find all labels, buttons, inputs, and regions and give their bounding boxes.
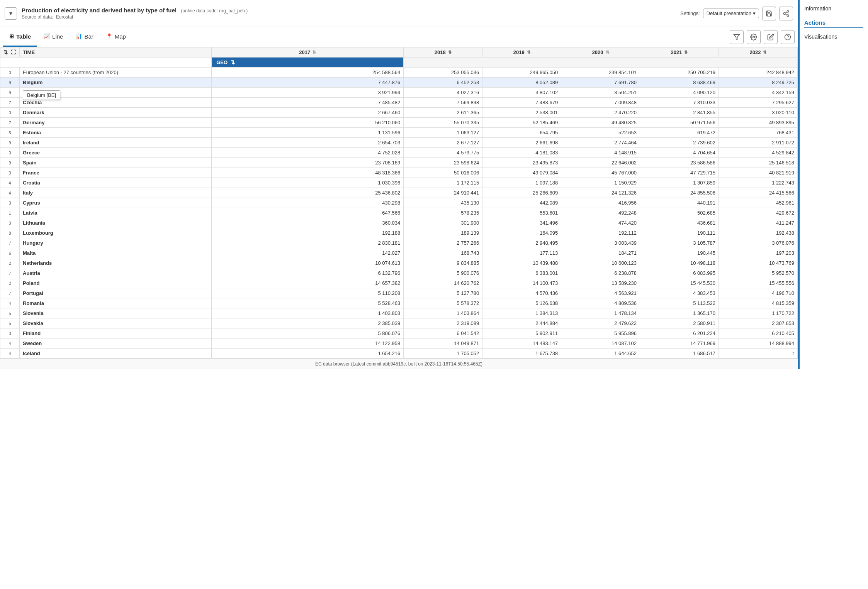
help-icon-button[interactable] [781, 30, 795, 44]
filter-icon-button[interactable] [730, 30, 744, 44]
collapse-button[interactable]: ▾ [5, 7, 17, 20]
svg-point-6 [753, 36, 755, 38]
svg-point-1 [783, 12, 785, 14]
table-row: 0Lithuania360.034301.900341.496474.42043… [0, 218, 798, 228]
table-row: 7Germany56 210.06055 070.33552 185.46949… [0, 118, 798, 128]
table-row: 8Luxembourg192.188189.139164.095192.1121… [0, 228, 798, 238]
map-icon: 📍 [106, 33, 112, 39]
sort-2020-icon: ⇅ [606, 50, 609, 55]
col-2022-header[interactable]: 2022 ⇅ [719, 47, 798, 58]
settings-dropdown[interactable]: Default presentation ▾ [703, 8, 759, 18]
tab-table[interactable]: ⊞ Table [3, 27, 37, 47]
header-settings: Settings: Default presentation ▾ [680, 7, 793, 20]
col-2017-header[interactable]: 2017 ⇅ [212, 47, 404, 58]
title-block: Production of electricity and derived he… [22, 7, 680, 20]
svg-line-3 [785, 14, 787, 15]
table-row: 4Iceland1 654.2161 705.0521 675.7381 644… [0, 349, 798, 359]
sort-2021-icon: ⇅ [684, 50, 688, 55]
line-icon: 📈 [43, 33, 50, 39]
tabs-bar: ⊞ Table 📈 Line 📊 Bar 📍 Map [0, 27, 798, 47]
page-title: Production of electricity and derived he… [22, 7, 680, 14]
sort-2018-icon: ⇅ [448, 50, 452, 55]
svg-line-4 [785, 12, 787, 13]
header: ▾ Production of electricity and derived … [0, 0, 798, 27]
svg-marker-5 [734, 34, 740, 40]
expand-icon[interactable]: ⛶ [11, 49, 16, 55]
table-row: 5Estonia1 131.5961 063.127654.795522.653… [0, 128, 798, 138]
svg-point-0 [787, 10, 789, 12]
tooltip-belgium: Belgium [BE] [23, 90, 60, 100]
table-row: 3Finland5 806.0766 041.5425 902.9115 955… [0, 328, 798, 339]
table-row: 5Slovakia2 385.0392 319.0892 444.8842 47… [0, 318, 798, 328]
tabs-actions [730, 30, 795, 44]
table-row: 9Bulgaria3 921.9944 027.3163 807.1023 50… [0, 88, 798, 98]
table-row: 7Portugal5 110.2085 127.7804 570.4364 56… [0, 288, 798, 298]
sidebar-item-visualisations[interactable]: Visualisations [804, 31, 863, 42]
share-icon-button[interactable] [779, 7, 793, 20]
table-row: 1Latvia647.566578.235553.601492.248502.6… [0, 208, 798, 218]
sort-2017-icon: ⇅ [313, 50, 316, 55]
table-row: 9BelgiumBelgium [BE]7 447.8766 452.2538 … [0, 78, 798, 88]
col-2018-header[interactable]: 2018 ⇅ [404, 47, 482, 58]
table-row: 7Czechia7 485.4827 569.8987 483.6797 009… [0, 98, 798, 108]
col-2021-header[interactable]: 2021 ⇅ [640, 47, 719, 58]
sort-reset-icon[interactable]: ⇅ [3, 49, 8, 55]
table-row: 0Greece4 752.0284 579.7754 181.0834 148.… [0, 148, 798, 158]
sort-2019-icon: ⇅ [527, 50, 530, 55]
source-line: Source of data: Eurostat [22, 14, 680, 20]
page-footer: EC data browser (Latest commit abb94519c… [0, 359, 798, 369]
time-col-header: TIME [20, 47, 212, 58]
table-row: 2Netherlands10 074.6139 834.88510 439.48… [0, 258, 798, 268]
table-row: 9Ireland2 654.7032 677.1272 661.6982 774… [0, 138, 798, 148]
table-row: 4Sweden14 122.95814 049.87114 483.14714 … [0, 339, 798, 349]
table-row: 7Austria6 132.7965 900.0766 383.0016 238… [0, 268, 798, 278]
tab-map[interactable]: 📍 Map [100, 27, 132, 47]
svg-point-2 [787, 15, 789, 17]
table-row: 3Cyprus430.298435.130442.089416.956440.1… [0, 198, 798, 208]
bar-icon: 📊 [75, 33, 82, 39]
table-row: 0Denmark2 667.4602 611.3652 538.0012 470… [0, 108, 798, 118]
tab-bar[interactable]: 📊 Bar [69, 27, 99, 47]
table-row: 4Romania5 528.4635 578.3725 126.6384 809… [0, 298, 798, 308]
table-row: 3France48 318.36650 016.00649 079.08445 … [0, 168, 798, 178]
table-row: 6Malta142.027168.743177.113184.271190.44… [0, 248, 798, 258]
dropdown-arrow-icon: ▾ [753, 10, 756, 16]
col-2020-header[interactable]: 2020 ⇅ [561, 47, 640, 58]
table-row: 7Hungary2 830.1812 757.2662 948.4953 003… [0, 238, 798, 248]
tab-line[interactable]: 📈 Line [37, 27, 69, 47]
geo-sort-icon[interactable]: ⇅ [231, 59, 235, 65]
settings-icon-button[interactable] [747, 30, 761, 44]
table-row: 4Croatia1 030.3961 172.1151 097.1881 150… [0, 178, 798, 188]
data-table: ⇅ ⛶ TIME 2017 ⇅ [0, 47, 798, 359]
table-row: 2Poland14 657.38214 620.76214 100.47313 … [0, 278, 798, 288]
table-row: 0European Union - 27 countries (from 202… [0, 68, 798, 78]
edit-icon-button[interactable] [764, 30, 778, 44]
data-table-container: ⇅ ⛶ TIME 2017 ⇅ [0, 47, 798, 359]
sidebar: Information Actions Visualisations [798, 0, 868, 369]
table-row: 4Italy25 436.80224 910.44125 266.80924 1… [0, 188, 798, 198]
save-icon-button[interactable] [762, 7, 776, 20]
sidebar-item-information[interactable]: Information [804, 3, 863, 14]
col-2019-header[interactable]: 2019 ⇅ [482, 47, 561, 58]
sidebar-item-actions[interactable]: Actions [804, 17, 863, 28]
sort-2022-icon: ⇅ [763, 50, 766, 55]
table-row: 5Slovenia1 403.8031 403.8641 384.3131 47… [0, 308, 798, 318]
table-icon: ⊞ [9, 33, 14, 39]
table-row: 9Spain23 708.16923 598.62423 495.87322 6… [0, 158, 798, 168]
